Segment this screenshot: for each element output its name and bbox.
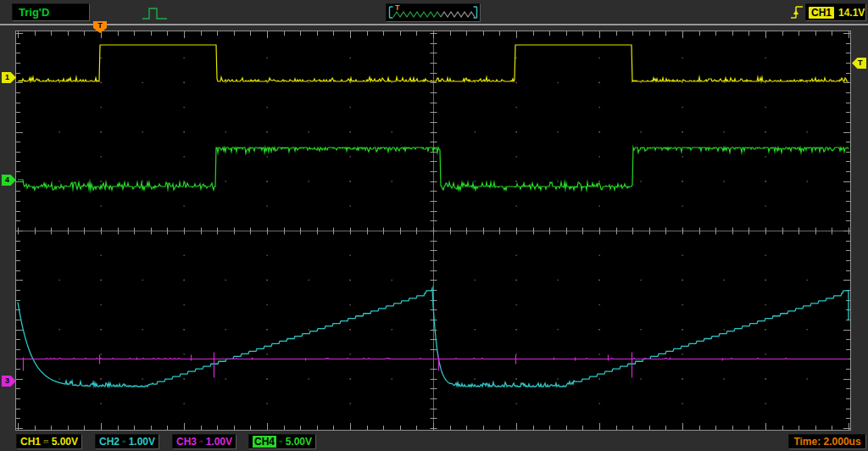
channel-readout-ch2[interactable]: CH2 1.00V	[95, 434, 159, 449]
channel-label: CH4	[253, 436, 276, 448]
channel-3-position-marker[interactable]: 3	[2, 376, 16, 387]
channel-readout-ch4[interactable]: CH4 5.00V	[248, 434, 316, 449]
top-status-bar: Trig'D T CH1 14.1V	[0, 0, 868, 25]
trigger-pulse-icon	[142, 6, 169, 21]
timebase-readout[interactable]: Time: 2.000us	[788, 434, 866, 449]
dc-coupling-icon	[199, 437, 203, 446]
oscilloscope-screen: { "top_bar": { "trig_status": { "text": …	[0, 0, 868, 451]
dc-coupling-icon	[122, 437, 126, 446]
graticule-and-traces-canvas	[16, 31, 850, 430]
channel-1-position-marker[interactable]: 1	[2, 72, 16, 83]
channel-scale-value: 1.00V	[129, 436, 155, 448]
dc-coupling-icon	[279, 437, 283, 446]
dc-coupling-icon	[43, 437, 49, 446]
channel-label: CH1	[20, 436, 41, 448]
channel-label: CH3	[176, 436, 197, 448]
channel-4-position-marker[interactable]: 4	[2, 175, 16, 186]
trigger-status: Trig'D	[12, 3, 90, 21]
preview-waveform	[387, 4, 480, 21]
channel-label: CH2	[99, 436, 120, 448]
channel-readout-ch1[interactable]: CH1 5.00V	[16, 434, 82, 449]
channel-scale-value: 5.00V	[52, 436, 78, 448]
trigger-readout[interactable]: CH1 14.1V	[805, 3, 866, 21]
scope-display	[15, 31, 851, 431]
acquisition-preview[interactable]: T	[386, 3, 481, 22]
channel-readout-ch3[interactable]: CH3 1.00V	[172, 434, 236, 449]
bottom-status-bar: CH1 5.00V CH2 1.00V CH3 1.00V CH4 5.00V …	[0, 432, 868, 451]
trigger-level-value: 14.1V	[838, 7, 865, 19]
trigger-source-badge[interactable]: CH1	[809, 7, 834, 19]
preview-trigger-position-label: T	[395, 4, 400, 12]
channel-scale-value: 5.00V	[286, 436, 312, 448]
rising-edge-trigger-icon	[790, 4, 804, 21]
trigger-level-marker[interactable]: T	[852, 58, 866, 69]
channel-scale-value: 1.00V	[206, 436, 232, 448]
